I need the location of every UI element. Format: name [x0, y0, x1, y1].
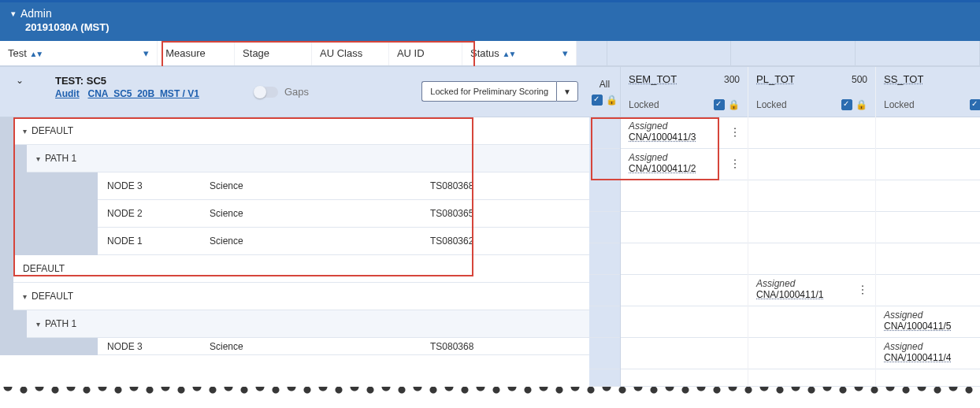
sort-icon[interactable]: ▲▼: [29, 50, 42, 58]
assigned-label: Assigned: [884, 310, 980, 321]
node-auid: TS080365: [430, 208, 580, 219]
cell: [748, 369, 875, 387]
test-version-link[interactable]: CNA_SC5_20B_MST / V1: [88, 88, 199, 99]
sort-icon[interactable]: ▲▼: [502, 50, 514, 58]
test-title: TEST: SC5: [55, 75, 199, 87]
default-row-1[interactable]: ▾ DEFAULT: [13, 117, 589, 145]
indent-bar: [0, 117, 13, 145]
node-3b-row[interactable]: NODE 3 Science TS080368: [98, 338, 589, 355]
indent-bar: [27, 338, 98, 355]
path-row-2[interactable]: ▾ PATH 1: [27, 310, 589, 338]
cell: [876, 275, 980, 306]
cell: [748, 180, 875, 212]
col-stage-label: Stage: [243, 47, 269, 59]
node-measure: Science: [210, 236, 430, 247]
cell: [589, 180, 620, 212]
sem-lock-checkbox[interactable]: [714, 99, 725, 110]
group-path-2: ▾ PATH 1: [0, 310, 589, 338]
node-row: NODE 3 Science TS080368: [0, 338, 589, 355]
test-header-row: ⌄ TEST: SC5 Audit CNA_SC5_20B_MST / V1 G…: [0, 67, 589, 117]
col-auid-header[interactable]: AU ID: [389, 41, 462, 65]
filter-icon[interactable]: ▾: [562, 47, 568, 59]
path-row-1[interactable]: ▾ PATH 1: [27, 145, 589, 172]
torn-edge-decoration: [0, 387, 980, 401]
chevron-down-icon[interactable]: ▾: [36, 320, 40, 328]
pl-lock-checkbox[interactable]: [841, 99, 852, 110]
score-col-name[interactable]: PL_TOT: [756, 73, 795, 85]
node-1-row[interactable]: NODE 1 Science TS080362: [98, 228, 589, 255]
chevron-down-icon[interactable]: ▾: [36, 154, 40, 163]
kebab-icon[interactable]: ⋯: [729, 158, 741, 169]
col-measure-header[interactable]: Measure: [158, 41, 235, 65]
collapse-test-button[interactable]: ⌄: [16, 75, 24, 86]
scoring-status-select[interactable]: Locked for Preliminary Scoring ▼: [421, 81, 578, 102]
indent-bar: [0, 310, 13, 338]
col-test-header[interactable]: Test ▲▼ ▾: [0, 41, 158, 65]
lock-icon: 🔒: [856, 99, 867, 110]
cell: [621, 275, 748, 306]
pl-cell-default2[interactable]: Assigned CNA/1000411/1 ⋯: [748, 275, 875, 306]
node-auid: TS080368: [430, 341, 580, 352]
assigned-value[interactable]: CNA/1000411/4: [884, 352, 980, 363]
assigned-value[interactable]: CNA/1000411/3: [629, 132, 740, 143]
admin-toggle[interactable]: ▾ Admin: [11, 7, 969, 20]
ss-cell-default3[interactable]: Assigned CNA/1000411/5 ⋯: [876, 306, 980, 338]
group-default-3: ▾ DEFAULT: [0, 283, 589, 310]
chevron-down-icon[interactable]: ▾: [23, 127, 27, 135]
cell: [621, 212, 748, 243]
col-sem-header: [607, 41, 732, 65]
ss-lock-checkbox[interactable]: [970, 99, 980, 110]
assigned-value[interactable]: CNA/1000411/5: [884, 321, 980, 332]
indent-bar: [0, 200, 13, 228]
score-col-name[interactable]: SS_TOT: [884, 73, 923, 85]
default-row-2[interactable]: DEFAULT: [13, 255, 589, 283]
node-auid: TS080362: [430, 236, 580, 247]
indent-bar: [13, 172, 27, 200]
ss-tot-header: SS_TOT 600 Locked 🔒: [876, 67, 980, 117]
audit-link[interactable]: Audit: [55, 88, 80, 99]
score-col-name[interactable]: SEM_TOT: [629, 73, 677, 85]
col-auclass-header[interactable]: AU Class: [312, 41, 389, 65]
filter-icon[interactable]: ▾: [143, 47, 149, 59]
node-measure: Science: [210, 208, 430, 219]
gaps-toggle[interactable]: [254, 87, 278, 98]
score-col-value: 500: [852, 74, 867, 85]
node-3-row[interactable]: NODE 3 Science TS080368: [98, 172, 589, 200]
score-col-status: Locked: [756, 99, 787, 110]
group-path-1: ▾ PATH 1: [0, 145, 589, 172]
cell: [621, 243, 748, 275]
node-name: NODE 3: [107, 180, 210, 191]
node-2-row[interactable]: NODE 2 Science TS080365: [98, 200, 589, 228]
assigned-label: Assigned: [756, 278, 867, 289]
ss-cell-path2[interactable]: Assigned CNA/1000411/4 ⋯: [876, 338, 980, 369]
dropdown-icon[interactable]: ▼: [556, 81, 578, 102]
default-row-3[interactable]: ▾ DEFAULT: [13, 283, 589, 310]
col-ss-header: [856, 41, 980, 65]
cell: [748, 306, 875, 338]
col-status-header[interactable]: Status ▲▼ ▾: [462, 41, 577, 65]
sem-cell-path1[interactable]: Assigned CNA/1000411/2 ⋯: [621, 149, 748, 180]
chevron-down-icon[interactable]: ▾: [23, 292, 27, 301]
indent-bar: [27, 172, 98, 200]
all-checkbox[interactable]: [592, 95, 603, 106]
node-auid: TS080368: [430, 180, 580, 191]
sem-cell-default1[interactable]: Assigned CNA/1000411/3 ⋯: [621, 117, 748, 149]
kebab-icon[interactable]: ⋯: [856, 284, 869, 295]
assigned-value[interactable]: CNA/1000411/2: [629, 163, 740, 174]
assigned-value[interactable]: CNA/1000411/1: [756, 289, 867, 300]
node-name: NODE 2: [107, 208, 210, 219]
assigned-label: Assigned: [629, 152, 740, 163]
node-measure: Science: [210, 180, 430, 191]
col-measure-label: Measure: [165, 47, 206, 59]
cell: [876, 180, 980, 212]
all-label: All: [600, 79, 610, 90]
node-name: NODE 1: [107, 236, 210, 247]
cell: [748, 149, 875, 180]
kebab-icon[interactable]: ⋯: [729, 127, 741, 137]
sem-tot-column: SEM_TOT 300 Locked 🔒 Assigned CNA/100041…: [621, 67, 748, 387]
indent-bar: [0, 228, 13, 255]
indent-bar: [0, 145, 13, 172]
all-check-lock: 🔒: [592, 95, 618, 106]
indent-bar: [0, 338, 13, 355]
col-stage-header[interactable]: Stage: [235, 41, 312, 65]
